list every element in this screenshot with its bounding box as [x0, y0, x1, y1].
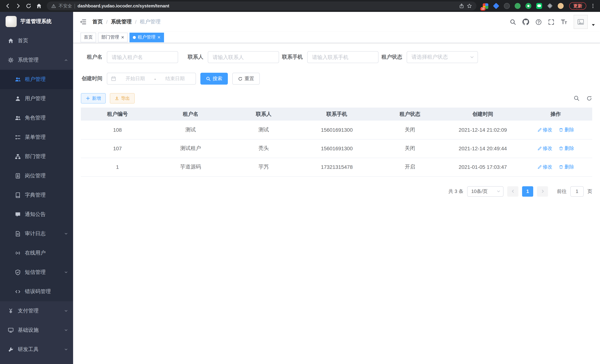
monitor-icon	[8, 327, 14, 333]
close-icon[interactable]	[121, 36, 124, 39]
sidebar-item-tenant-management[interactable]: 租户管理	[0, 70, 73, 89]
bookmark-star-icon[interactable]	[467, 3, 472, 9]
sidebar-item-label: 角色管理	[25, 115, 46, 121]
sidebar-item-dept-management[interactable]: 部门管理	[0, 147, 73, 166]
pencil-icon	[537, 146, 542, 151]
page-number-button[interactable]: 1	[522, 186, 533, 196]
browser-update-button[interactable]: 更新	[569, 2, 586, 10]
yen-icon	[8, 308, 14, 314]
tenants-icon	[15, 76, 21, 82]
search-icon[interactable]	[510, 19, 516, 25]
extensions-puzzle-icon[interactable]	[546, 2, 554, 10]
add-button[interactable]: 新增	[81, 93, 106, 103]
prev-page-button[interactable]	[507, 186, 518, 196]
table-row: 1 芋道源码 芋艿 17321315478 开启 2021-01-05 17:0…	[81, 158, 592, 176]
extension-icon-chat[interactable]	[535, 2, 543, 10]
breadcrumb-item-home[interactable]: 首页	[92, 19, 103, 25]
page-size-select[interactable]: 10条/页	[467, 186, 504, 196]
cell-created: 2021-01-05 17:03:47	[446, 158, 519, 176]
tenant-status-select[interactable]: 请选择租户状态	[407, 51, 478, 63]
export-button[interactable]: 导出	[110, 93, 135, 103]
sidebar-item-infrastructure[interactable]: 基础设施	[0, 321, 73, 340]
tenant-name-input[interactable]	[107, 51, 178, 63]
next-page-button[interactable]	[537, 186, 548, 196]
delete-link[interactable]: 删除	[559, 145, 574, 152]
sidebar-item-error-code[interactable]: 错误码管理	[0, 282, 73, 301]
sidebar-item-label: 岗位管理	[25, 173, 46, 179]
page-size-value: 10条/页	[471, 188, 488, 195]
sidebar-item-online-users[interactable]: 在线用户	[0, 243, 73, 263]
address-bar[interactable]: 不安全 dashboard.yudao.iocoder.cn/system/te…	[47, 1, 477, 10]
security-warning-icon[interactable]	[51, 3, 56, 8]
dark-circle-icon	[504, 3, 510, 9]
github-icon[interactable]	[523, 19, 529, 25]
tags-view-bar: 首页 部门管理 租户管理	[73, 32, 600, 43]
edit-link[interactable]: 修改	[537, 127, 552, 133]
browser-menu-button[interactable]	[589, 3, 597, 9]
goto-page-input[interactable]	[570, 186, 584, 196]
sidebar-toggle-button[interactable]	[78, 17, 88, 27]
extension-icon-green[interactable]	[514, 2, 521, 10]
extension-icon-colorgrid[interactable]: 10	[482, 2, 489, 10]
extension-icon-green-dot[interactable]	[525, 2, 532, 10]
diamond-icon	[493, 3, 499, 9]
refresh-icon[interactable]	[586, 95, 592, 101]
announcement-icon	[15, 212, 21, 217]
sidebar-item-sms-management[interactable]: 短信管理	[0, 263, 73, 282]
cell-created: 2021-12-14 20:49:44	[446, 139, 519, 158]
table-row: 107 测试租户 秃头 15601691300 关闭 2021-12-14 20…	[81, 139, 592, 158]
close-icon[interactable]	[157, 36, 161, 39]
edit-link[interactable]: 修改	[537, 164, 552, 170]
extension-icon-diamond[interactable]	[492, 2, 500, 10]
delete-link[interactable]: 删除	[559, 164, 574, 170]
sidebar-item-system-management[interactable]: 系统管理	[0, 50, 73, 70]
sidebar-item-label: 基础设施	[18, 327, 38, 334]
browser-forward-button[interactable]	[13, 1, 23, 11]
sidebar-item-user-management[interactable]: 用户管理	[0, 89, 73, 108]
share-icon[interactable]	[459, 3, 464, 9]
contact-name-label: 联系人	[188, 54, 203, 60]
tab-tenant-management[interactable]: 租户管理	[130, 32, 164, 42]
font-size-icon[interactable]	[561, 19, 567, 25]
sidebar-item-dashboard[interactable]: 首页	[0, 31, 73, 50]
user-avatar[interactable]	[574, 15, 588, 29]
sidebar-item-menu-management[interactable]: 菜单管理	[0, 128, 73, 147]
edit-link[interactable]: 修改	[537, 145, 552, 152]
sidebar-item-dict-management[interactable]: 字典管理	[0, 186, 73, 205]
export-button-label: 导出	[121, 95, 130, 102]
sidebar-item-notice[interactable]: 通知公告	[0, 205, 73, 224]
search-icon	[206, 76, 211, 81]
browser-reload-button[interactable]	[24, 1, 33, 11]
browser-profile-avatar[interactable]	[557, 2, 564, 10]
browser-home-button[interactable]	[34, 1, 44, 11]
sidebar-item-payment[interactable]: 支付管理	[0, 301, 73, 321]
tab-dept-management[interactable]: 部门管理	[98, 32, 128, 42]
screen: 不安全 dashboard.yudao.iocoder.cn/system/te…	[0, 0, 600, 364]
browser-back-button[interactable]	[3, 1, 13, 11]
cell-status: 关闭	[373, 139, 446, 158]
reset-button[interactable]: 重置	[232, 73, 260, 84]
breadcrumb-separator: /	[106, 19, 108, 25]
trash-icon	[559, 128, 563, 132]
app-frame: 芋道管理系统 首页 系统管理 租户管理 用户管理	[0, 12, 600, 364]
fullscreen-icon[interactable]	[548, 19, 554, 25]
extension-icon-dark[interactable]	[503, 2, 511, 10]
cell-mobile: 15601691300	[300, 121, 373, 139]
sidebar-item-post-management[interactable]: 岗位管理	[0, 166, 73, 186]
toggle-search-icon[interactable]	[574, 95, 580, 101]
column-header-status: 租户状态	[373, 108, 446, 121]
contact-mobile-input[interactable]	[307, 51, 378, 63]
tab-home[interactable]: 首页	[81, 32, 96, 42]
search-button[interactable]: 搜索	[200, 73, 228, 84]
sidebar-item-dev-tools[interactable]: 研发工具	[0, 340, 73, 359]
sidebar-item-audit-log[interactable]: 审计日志	[0, 224, 73, 243]
create-time-range-picker[interactable]: 开始日期 - 结束日期	[107, 73, 196, 84]
browser-extensions-tray: 10	[479, 2, 567, 10]
delete-link[interactable]: 删除	[559, 127, 574, 133]
dictionary-icon	[15, 192, 21, 198]
help-icon[interactable]	[535, 19, 542, 25]
contact-name-input[interactable]	[208, 51, 279, 63]
gear-icon	[8, 57, 14, 63]
breadcrumb-item-system[interactable]: 系统管理	[111, 19, 132, 25]
sidebar-item-role-management[interactable]: 角色管理	[0, 108, 73, 128]
